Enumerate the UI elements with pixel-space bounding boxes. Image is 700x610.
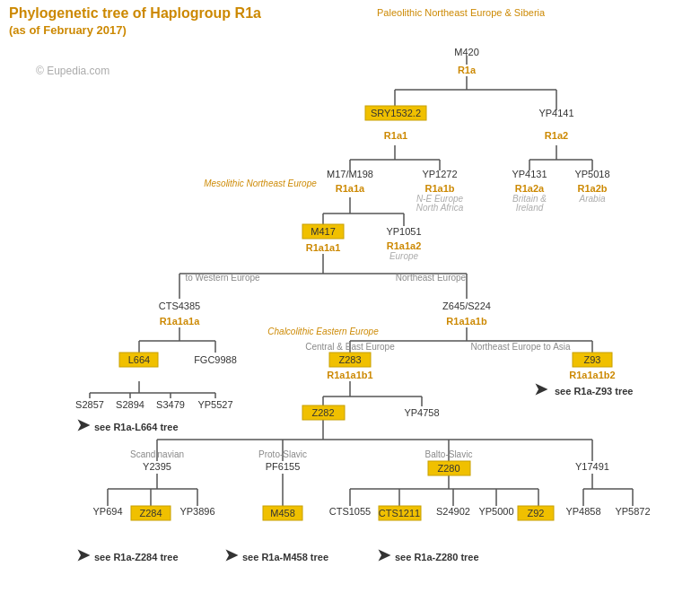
CTS4385-label: CTS4385 [159,301,200,311]
R1a2-label: R1a2 [545,130,568,141]
North-Africa-label: North Africa [416,203,464,213]
CTS1211-label: CTS1211 [379,508,420,518]
FGC9988-label: FGC9988 [194,354,237,365]
northeast-europe-label: Northeast Europe [396,273,467,283]
Z93-label: Z93 [584,354,601,365]
arrow5-label: see R1a-Z280 tree [395,552,479,562]
Z283-label: Z283 [338,354,361,365]
Z645-label: Z645/S224 [442,301,491,311]
R1a2a-label: R1a2a [515,183,545,194]
YP1272-label: YP1272 [422,169,457,179]
Z92-label: Z92 [528,508,545,518]
arrow2-icon: ➤ [534,380,548,398]
M417-label: M417 [311,226,336,237]
S2894-label: S2894 [116,399,144,410]
M458-label: M458 [270,508,295,518]
central-east-label: Central & East Europe [305,342,395,352]
S24902-label: S24902 [436,506,470,517]
chalcolithic-label: Chalcolithic Eastern Europe [267,327,379,336]
R1a1a1b-label: R1a1a1b [446,316,487,327]
Z284-label: Z284 [139,508,162,518]
proto-slavic-label: Proto-Slavic [258,449,307,459]
L664-label: L664 [128,354,150,365]
M420-label: M420 [454,47,479,57]
SRY1532-label: SRY1532.2 [371,108,421,118]
R1a1a1b1-label: R1a1a1b1 [327,370,372,380]
YP5018-label: YP5018 [574,169,609,179]
arrow2-label: see R1a-Z93 tree [555,386,633,396]
R1a1b-label: R1a1b [424,183,454,194]
R1a1a1b2-label: R1a1a1b2 [569,370,615,380]
S2857-label: S2857 [75,399,104,410]
R1a1a-label: R1a1a [336,183,365,194]
M17-label: M17/M198 [327,169,373,179]
Z282-label: Z282 [311,407,334,418]
YP4858-label: YP4858 [565,506,600,517]
Arabia-label: Arabia [579,194,606,204]
scandinavian-label: Scandinavian [130,449,184,459]
mesolithic-label: Mesolithic Northeast Europe [204,179,317,188]
S3479-label: S3479 [156,399,185,410]
YP4131-label: YP4131 [512,169,547,179]
western-europe-label: to Western Europe [185,273,260,283]
YP1051-label: YP1051 [386,226,421,237]
CTS1055-label: CTS1055 [329,506,371,517]
YP694-label: YP694 [92,506,122,517]
R1a1a1a-label: R1a1a1a [160,316,201,327]
Europe-label: Europe [389,251,419,261]
Ireland-label: Ireland [516,203,544,213]
Y17491-label: Y17491 [575,461,609,472]
phylogenetic-tree: M420 R1a SRY1532.2 R1a1 YP4141 R1a2 Meso… [0,0,700,610]
arrow3-label: see R1a-Z284 tree [94,552,179,562]
arrow3-icon: ➤ [76,546,91,564]
PF6155-label: PF6155 [266,461,301,472]
YP5527-label: YP5527 [197,399,232,410]
YP3896-label: YP3896 [179,506,214,517]
arrow4-icon: ➤ [224,546,239,564]
YP5000-label: YP5000 [478,506,513,517]
YP4141-label: YP4141 [538,108,573,118]
R1a1-label: R1a1 [384,130,407,141]
arrow4-label: see R1a-M458 tree [242,552,328,562]
main-container: Phylogenetic tree of Haplogroup R1a (as … [0,0,700,610]
YP4758-label: YP4758 [404,407,439,418]
Y2395-label: Y2395 [143,461,171,472]
arrow5-icon: ➤ [377,546,391,564]
R1a2b-label: R1a2b [577,183,607,194]
YP5872-label: YP5872 [615,506,650,517]
R1a1a2-label: R1a1a2 [387,240,422,251]
R1a-label: R1a [458,65,477,75]
arrow1-label: see R1a-L664 tree [94,422,179,432]
arrow1-icon: ➤ [76,416,91,434]
R1a1a1-label: R1a1a1 [306,242,341,253]
balto-slavic-label: Balto-Slavic [425,449,473,459]
ne-asia-label: Northeast Europe to Asia [470,342,571,352]
Z280-label: Z280 [437,463,459,474]
